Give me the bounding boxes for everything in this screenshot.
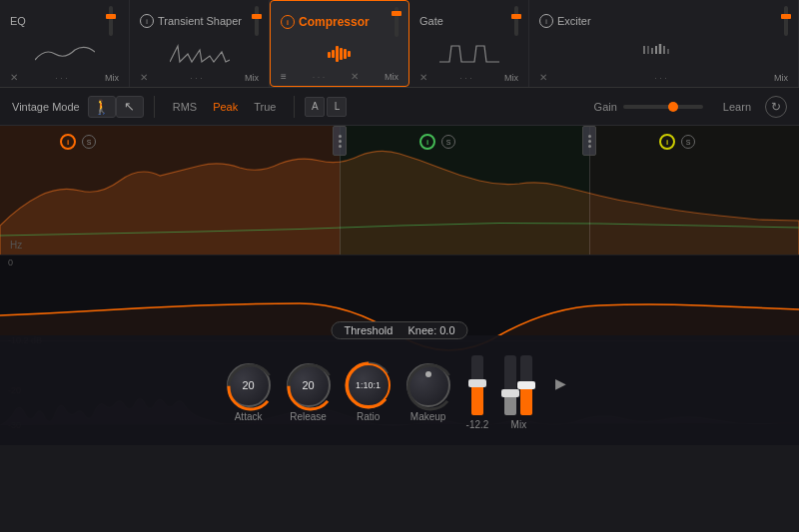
svg-rect-3 — [344, 49, 347, 59]
band3-solo[interactable]: S — [681, 135, 695, 149]
transient-mix-label: Mix — [245, 73, 259, 83]
threshold-badge: Threshold Knee: 0.0 — [331, 321, 467, 339]
exciter-title: Exciter — [557, 15, 591, 27]
band3-circle[interactable]: i — [659, 134, 675, 150]
band2-circle[interactable]: i — [419, 134, 435, 150]
band1-marker — [340, 126, 341, 255]
eq-mix-label: Mix — [105, 73, 119, 83]
eq-waveform — [35, 42, 95, 66]
eq-slot[interactable]: EQ ✕ · · · Mix — [0, 0, 130, 87]
mix-fader-left[interactable] — [504, 355, 516, 415]
gate-title: Gate — [419, 15, 443, 27]
gate-mix-label: Mix — [504, 73, 518, 83]
attack-control: 20 Attack — [227, 363, 271, 422]
cursor-mode-btn[interactable]: ↖ — [116, 96, 144, 118]
release-knob[interactable]: 20 — [287, 363, 331, 407]
controls-row: 20 Attack 20 Release — [0, 335, 799, 430]
transient-title: Transient Shaper — [158, 15, 242, 27]
release-control: 20 Release — [287, 363, 331, 422]
mix-fader-control: Mix — [504, 355, 532, 430]
al-button-group: A L — [305, 97, 347, 117]
ratio-value: 1:10:1 — [356, 380, 381, 390]
fader1-value: -12.2 — [466, 419, 489, 430]
band1-solo[interactable]: S — [82, 135, 96, 149]
bottom-controls-panel: Threshold Knee: 0.0 20 Attack — [0, 335, 799, 445]
compressor-mix-label: Mix — [385, 72, 399, 82]
a-btn[interactable]: A — [305, 97, 325, 117]
peak-btn[interactable]: Peak — [205, 98, 246, 116]
svg-rect-2 — [332, 50, 335, 58]
band3-info: i S — [659, 134, 695, 150]
eq-title: EQ — [10, 15, 26, 27]
gain-slider[interactable] — [623, 105, 703, 109]
gate-waveform — [439, 42, 499, 66]
input-fader[interactable] — [471, 355, 483, 415]
compressor-waveform — [310, 42, 370, 66]
exciter-waveform — [634, 42, 694, 66]
threshold-label: Threshold — [344, 324, 393, 336]
makeup-control: Makeup — [406, 363, 450, 422]
learn-btn[interactable]: Learn — [715, 98, 759, 116]
db-0-label: 0 — [8, 258, 13, 267]
main-display: i S i S i S Hz 0 -10.2 dB -20 -30 — [0, 126, 799, 445]
l-btn[interactable]: L — [327, 97, 347, 117]
transient-slot[interactable]: i Transient Shaper ✕ · · · Mix — [130, 0, 270, 87]
rms-btn[interactable]: RMS — [165, 98, 205, 116]
compressor-close[interactable]: ✕ — [351, 71, 359, 82]
gate-slot[interactable]: Gate ✕ · · · Mix — [409, 0, 529, 87]
eq-close[interactable]: ✕ — [10, 72, 18, 83]
svg-rect-0 — [336, 46, 339, 62]
input-fader-control: -12.2 — [466, 355, 489, 430]
knee-value: 0.0 — [439, 324, 454, 336]
hz-label: Hz — [10, 240, 22, 251]
band2-handle[interactable] — [582, 126, 596, 156]
band2-marker — [589, 126, 590, 255]
plugin-strip: EQ ✕ · · · Mix i Transient Shaper ✕ · — [0, 0, 799, 88]
ratio-label: Ratio — [357, 411, 380, 422]
transient-close[interactable]: ✕ — [140, 72, 148, 83]
band1-handle[interactable] — [333, 126, 347, 156]
band1-info: i S — [60, 134, 96, 150]
svg-rect-1 — [340, 48, 343, 60]
gate-close[interactable]: ✕ — [419, 72, 427, 83]
exciter-slot[interactable]: i Exciter ✕ · · · Mix — [529, 0, 799, 87]
toolbar: Vintage Mode 🚶 ↖ RMS Peak True A L Gain … — [0, 88, 799, 126]
ratio-control: 1:10:1 Ratio — [347, 363, 391, 422]
compressor-slot[interactable]: i Compressor ≡ · · · ✕ Mix — [270, 0, 409, 87]
compressor-title: Compressor — [299, 15, 370, 29]
svg-rect-5 — [348, 51, 351, 57]
makeup-label: Makeup — [410, 411, 446, 422]
walk-mode-btn[interactable]: 🚶 — [88, 96, 116, 118]
attack-knob[interactable]: 20 — [227, 363, 271, 407]
svg-rect-4 — [328, 52, 331, 58]
gain-section: Gain Learn ↻ — [594, 96, 787, 118]
gain-label: Gain — [594, 101, 617, 113]
band1-circle[interactable]: i — [60, 134, 76, 150]
compressor-dots: · · · — [313, 72, 326, 82]
ratio-knob[interactable]: 1:10:1 — [347, 363, 391, 407]
attack-label: Attack — [235, 411, 263, 422]
mix-label: Mix — [511, 419, 527, 430]
compressor-menu-icon[interactable]: ≡ — [281, 71, 287, 82]
play-btn[interactable]: ▶ — [548, 371, 572, 395]
vintage-mode-label: Vintage Mode — [12, 101, 80, 113]
gain-reduction-display: 0 -10.2 dB -20 -30 Threshold Knee: 0.0 — [0, 256, 799, 445]
exciter-close[interactable]: ✕ — [539, 72, 547, 83]
true-btn[interactable]: True — [246, 98, 284, 116]
exciter-mix-label: Mix — [774, 73, 788, 83]
band2-solo[interactable]: S — [441, 135, 455, 149]
refresh-btn[interactable]: ↻ — [765, 96, 787, 118]
freq-display: i S i S i S Hz — [0, 126, 799, 256]
makeup-knob[interactable] — [406, 363, 450, 407]
transient-waveform — [170, 42, 230, 66]
release-label: Release — [290, 411, 327, 422]
mix-fader-right[interactable] — [520, 355, 532, 415]
knee-label: Knee: — [407, 324, 436, 336]
band2-info: i S — [419, 134, 455, 150]
